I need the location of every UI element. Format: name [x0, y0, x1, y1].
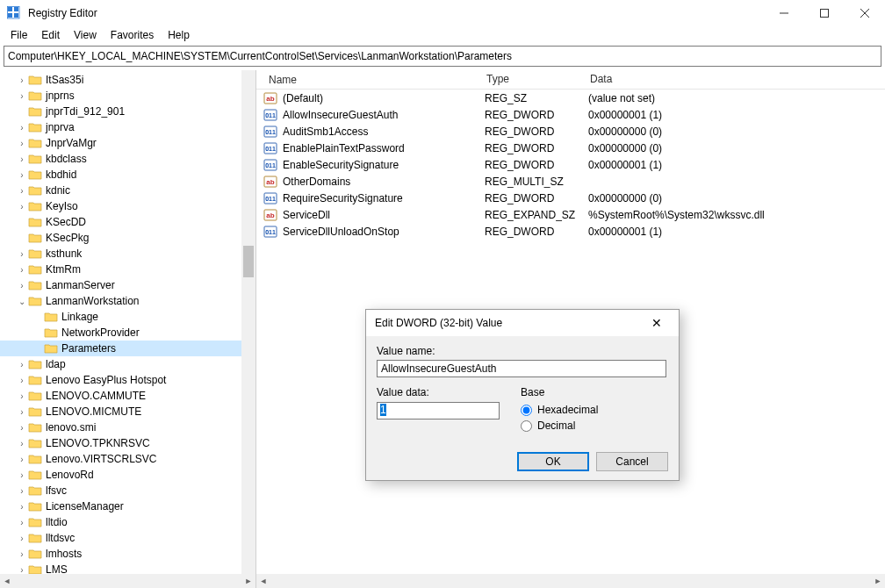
- list-row[interactable]: abServiceDllREG_EXPAND_SZ%SystemRoot%\Sy…: [256, 206, 885, 223]
- tree-item[interactable]: ›Lenovo.VIRTSCRLSVC: [0, 451, 241, 467]
- column-data[interactable]: Data: [581, 70, 885, 89]
- tree-item[interactable]: NetworkProvider: [0, 325, 241, 341]
- chevron-right-icon[interactable]: ›: [16, 423, 28, 433]
- cancel-button[interactable]: Cancel: [596, 452, 668, 471]
- radio-hex-input[interactable]: [521, 405, 532, 416]
- tree-item[interactable]: ›kbdhid: [0, 167, 241, 183]
- chevron-right-icon[interactable]: ›: [16, 360, 28, 369]
- value-name-field[interactable]: [377, 360, 666, 377]
- tree-item[interactable]: ›kbdclass: [0, 151, 241, 167]
- radio-dec-input[interactable]: [521, 420, 532, 432]
- chevron-right-icon[interactable]: ›: [16, 502, 28, 512]
- tree-item[interactable]: ›KtmRm: [0, 262, 241, 277]
- tree-item[interactable]: KSecDD: [0, 214, 241, 230]
- tree-item[interactable]: Linkage: [0, 309, 241, 325]
- chevron-right-icon[interactable]: ›: [16, 565, 28, 575]
- chevron-right-icon[interactable]: ›: [16, 123, 28, 133]
- scrollbar-thumb[interactable]: [243, 246, 254, 277]
- chevron-right-icon[interactable]: ›: [16, 486, 28, 496]
- tree-item[interactable]: ›ksthunk: [0, 246, 241, 262]
- tree-vertical-scrollbar[interactable]: [241, 70, 255, 574]
- chevron-right-icon[interactable]: ›: [16, 170, 28, 180]
- tree-item[interactable]: ›jnprva: [0, 119, 241, 135]
- tree-item[interactable]: ›lltdio: [0, 514, 241, 530]
- tree-item[interactable]: ›LenovoRd: [0, 467, 241, 483]
- chevron-right-icon[interactable]: ›: [16, 455, 28, 464]
- chevron-right-icon[interactable]: ›: [16, 376, 28, 385]
- menu-file[interactable]: File: [4, 27, 34, 43]
- chevron-right-icon[interactable]: ›: [16, 391, 28, 401]
- tree-item[interactable]: ›LicenseManager: [0, 498, 241, 514]
- chevron-down-icon[interactable]: ⌄: [16, 297, 28, 306]
- list-row[interactable]: abOtherDomainsREG_MULTI_SZ: [256, 173, 885, 190]
- chevron-right-icon[interactable]: ›: [16, 281, 28, 290]
- ok-button[interactable]: OK: [517, 452, 589, 471]
- chevron-right-icon[interactable]: ›: [16, 91, 28, 101]
- tree-item[interactable]: ›lltdsvc: [0, 530, 241, 546]
- chevron-right-icon[interactable]: ›: [16, 249, 28, 259]
- column-name[interactable]: Name: [256, 70, 478, 89]
- list-row[interactable]: 011EnablePlainTextPasswordREG_DWORD0x000…: [256, 140, 885, 156]
- tree-item[interactable]: Parameters: [0, 341, 241, 356]
- tree-item[interactable]: ›LENOVO.CAMMUTE: [0, 388, 241, 404]
- chevron-right-icon[interactable]: ›: [16, 407, 28, 417]
- dialog-close-button[interactable]: ✕: [644, 316, 670, 330]
- menu-view[interactable]: View: [67, 27, 104, 43]
- chevron-right-icon[interactable]: ›: [16, 265, 28, 275]
- tree-item[interactable]: KSecPkg: [0, 230, 241, 246]
- tree-item[interactable]: ›lfsvc: [0, 483, 241, 498]
- tree-horizontal-scrollbar[interactable]: ◄ ►: [0, 574, 255, 588]
- maximize-button[interactable]: [804, 0, 845, 26]
- chevron-right-icon[interactable]: ›: [16, 139, 28, 148]
- scroll-left-icon[interactable]: ◄: [256, 577, 270, 585]
- tree-item[interactable]: ›ItSas35i: [0, 72, 241, 88]
- dialog-title-bar[interactable]: Edit DWORD (32-bit) Value ✕: [366, 310, 679, 336]
- menu-help[interactable]: Help: [161, 27, 197, 43]
- value-data-field[interactable]: [377, 402, 500, 419]
- tree-item[interactable]: ›kdnic: [0, 183, 241, 198]
- value-list[interactable]: ab(Default)REG_SZ(value not set)011Allow…: [256, 90, 885, 240]
- chevron-right-icon[interactable]: ›: [16, 154, 28, 164]
- tree-item[interactable]: ›ldap: [0, 356, 241, 372]
- tree-item[interactable]: ›Lenovo EasyPlus Hotspot: [0, 372, 241, 388]
- list-row[interactable]: ab(Default)REG_SZ(value not set): [256, 90, 885, 106]
- tree-item[interactable]: jnprTdi_912_901: [0, 104, 241, 119]
- chevron-right-icon[interactable]: ›: [16, 202, 28, 212]
- minimize-button[interactable]: [764, 0, 804, 26]
- menu-edit[interactable]: Edit: [34, 27, 67, 43]
- chevron-right-icon[interactable]: ›: [16, 75, 28, 85]
- registry-tree[interactable]: ›ItSas35i›jnprnsjnprTdi_912_901›jnprva›J…: [0, 70, 241, 574]
- chevron-right-icon[interactable]: ›: [16, 470, 28, 480]
- list-row[interactable]: 011AuditSmb1AccessREG_DWORD0x00000000 (0…: [256, 123, 885, 140]
- tree-item[interactable]: ›JnprVaMgr: [0, 135, 241, 151]
- address-bar[interactable]: Computer\HKEY_LOCAL_MACHINE\SYSTEM\Curre…: [4, 46, 881, 67]
- tree-item[interactable]: ›jnprns: [0, 88, 241, 104]
- scroll-right-icon[interactable]: ►: [241, 577, 255, 585]
- close-button[interactable]: [845, 0, 885, 26]
- chevron-right-icon[interactable]: ›: [16, 518, 28, 527]
- chevron-right-icon[interactable]: ›: [16, 439, 28, 448]
- radio-decimal[interactable]: Decimal: [521, 419, 598, 432]
- tree-item[interactable]: ›LanmanServer: [0, 277, 241, 293]
- tree-item[interactable]: ›LENOVO.MICMUTE: [0, 404, 241, 419]
- list-row[interactable]: 011AllowInsecureGuestAuthREG_DWORD0x0000…: [256, 106, 885, 123]
- tree-item[interactable]: ›lenovo.smi: [0, 419, 241, 435]
- scroll-left-icon[interactable]: ◄: [0, 577, 14, 585]
- list-horizontal-scrollbar[interactable]: ◄ ►: [256, 574, 885, 588]
- tree-item[interactable]: ›LMS: [0, 562, 241, 574]
- tree-item[interactable]: ›LENOVO.TPKNRSVC: [0, 435, 241, 451]
- radio-hexadecimal[interactable]: Hexadecimal: [521, 404, 598, 416]
- chevron-right-icon[interactable]: ›: [16, 534, 28, 543]
- tree-item[interactable]: ⌄LanmanWorkstation: [0, 293, 241, 309]
- list-row[interactable]: 011ServiceDllUnloadOnStopREG_DWORD0x0000…: [256, 223, 885, 240]
- tree-item[interactable]: ›KeyIso: [0, 198, 241, 214]
- chevron-right-icon[interactable]: ›: [16, 186, 28, 196]
- scroll-right-icon[interactable]: ►: [871, 577, 885, 585]
- list-row[interactable]: 011EnableSecuritySignatureREG_DWORD0x000…: [256, 156, 885, 173]
- column-type[interactable]: Type: [478, 70, 581, 89]
- menu-favorites[interactable]: Favorites: [104, 27, 161, 43]
- list-header[interactable]: Name Type Data: [256, 70, 885, 90]
- chevron-right-icon[interactable]: ›: [16, 549, 28, 559]
- list-row[interactable]: 011RequireSecuritySignatureREG_DWORD0x00…: [256, 190, 885, 206]
- tree-item[interactable]: ›lmhosts: [0, 546, 241, 562]
